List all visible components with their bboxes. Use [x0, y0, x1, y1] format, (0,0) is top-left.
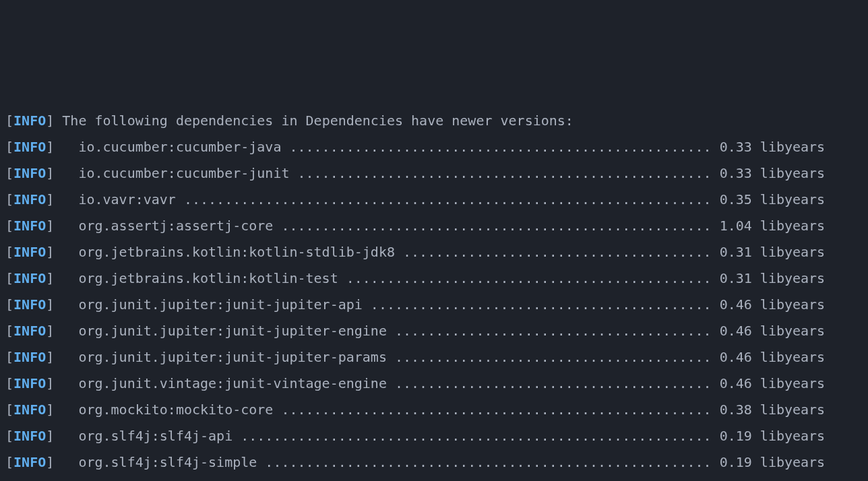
- dependency-row: [INFO] org.mockito:mockito-core ........…: [5, 397, 863, 423]
- dependency-row: [INFO] org.junit.jupiter:junit-jupiter-p…: [5, 344, 863, 371]
- dependency-row: [INFO] io.vavr:vavr ....................…: [5, 187, 863, 213]
- dependency-row: [INFO] org.junit.jupiter:junit-jupiter-e…: [5, 318, 863, 344]
- dependency-row: [INFO] org.junit.jupiter:junit-jupiter-a…: [5, 292, 863, 318]
- terminal-output: [INFO] The following dependencies in Dep…: [5, 108, 863, 481]
- dependency-row: [INFO] org.assertj:assertj-core ........…: [5, 213, 863, 239]
- dependency-row: [INFO] org.slf4j:slf4j-simple ..........…: [5, 449, 863, 476]
- dependency-row: [INFO] org.jetbrains.kotlin:kotlin-test …: [5, 265, 863, 292]
- dependency-row: [INFO] org.jetbrains.kotlin:kotlin-stdli…: [5, 239, 863, 265]
- dependency-row: [INFO] io.cucumber:cucumber-junit ......…: [5, 160, 863, 187]
- dependency-row: [INFO] org.slf4j:slf4j-api .............…: [5, 423, 863, 449]
- log-blank: [INFO]: [5, 476, 863, 481]
- dependency-row: [INFO] org.junit.vintage:junit-vintage-e…: [5, 371, 863, 397]
- log-header: [INFO] The following dependencies in Dep…: [5, 108, 863, 134]
- dependency-row: [INFO] io.cucumber:cucumber-java .......…: [5, 134, 863, 160]
